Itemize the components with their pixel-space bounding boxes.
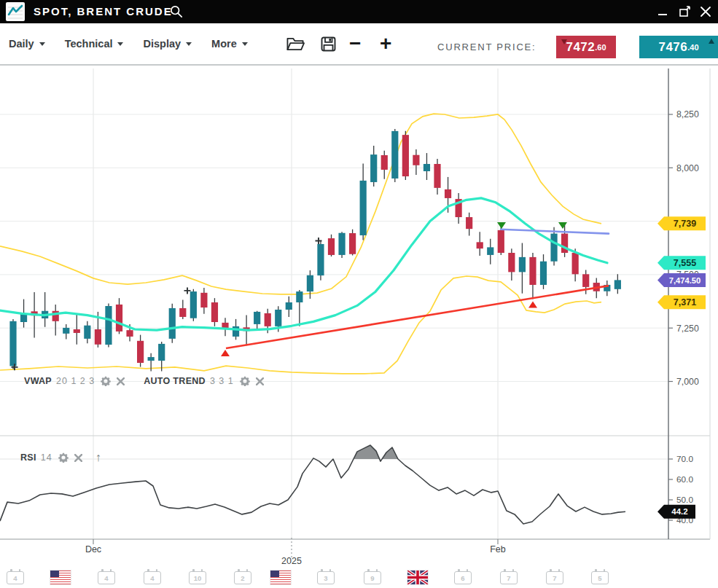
minus-icon: − <box>349 34 361 54</box>
menu-more[interactable]: More <box>211 38 248 50</box>
event-calendar-icon[interactable]: 5 <box>591 571 609 584</box>
bid-price-value: 7472 <box>566 40 595 55</box>
indicator-params: 3 3 1 <box>210 376 234 386</box>
price-tick-label: 7,000 <box>676 377 699 387</box>
toolbar: DailyTechnicalDisplayMore − + CURRENT PR… <box>0 23 718 66</box>
zoom-out-button[interactable]: − <box>349 23 361 64</box>
event-day-number: 2 <box>241 574 244 582</box>
overlay-indicator-labels: VWAP20 1 2 3AUTO TREND3 3 1 <box>24 376 264 386</box>
candle <box>169 308 176 339</box>
save-icon <box>321 36 336 52</box>
candle <box>211 302 218 322</box>
candle <box>254 312 260 324</box>
menu-label: Daily <box>9 38 34 50</box>
gear-icon[interactable] <box>101 376 111 386</box>
close-icon[interactable] <box>699 6 712 17</box>
price-tick-label: 7,250 <box>676 324 699 334</box>
candle <box>614 280 621 289</box>
event-calendar-icon[interactable]: 10 <box>189 571 206 584</box>
bid-price-badge: 7472.60 <box>556 36 616 58</box>
svg-text:7,371: 7,371 <box>674 297 696 307</box>
save-button[interactable] <box>321 23 336 64</box>
zoom-in-button[interactable]: + <box>380 23 391 64</box>
candle <box>466 217 472 229</box>
trading-app-window: { "window": { "title": "SPOT, BRENT CRUD… <box>0 0 718 588</box>
candle <box>233 326 239 337</box>
candle <box>360 181 367 235</box>
menu-label: More <box>211 38 237 50</box>
popout-button[interactable] <box>679 6 692 17</box>
candle <box>95 329 101 345</box>
event-calendar-icon[interactable]: 7 <box>500 571 518 584</box>
candle <box>572 253 579 274</box>
chevron-down-icon <box>117 42 123 46</box>
chart-canvas[interactable]: 8,2508,0007,7507,5007,2507,00070.060.050… <box>0 66 718 588</box>
vwap-line <box>0 198 607 330</box>
remove-indicator-icon[interactable] <box>117 377 125 385</box>
event-calendar-icon[interactable]: 4 <box>144 571 161 584</box>
rsi-indicator-label: RSI14↑ <box>20 451 101 464</box>
minimize-button[interactable] <box>657 6 670 17</box>
candle <box>391 131 398 179</box>
open-file-button[interactable] <box>286 23 305 64</box>
candle <box>487 247 493 255</box>
remove-indicator-icon[interactable] <box>256 377 264 385</box>
time-axis-label: 2025 <box>281 556 302 566</box>
event-day-number: 9 <box>370 574 374 582</box>
svg-text:7,739: 7,739 <box>674 219 696 229</box>
event-calendar-icon[interactable]: 3 <box>317 571 335 584</box>
time-axis-label: Dec <box>85 544 101 554</box>
current-price-label: CURRENT PRICE: <box>437 42 536 52</box>
event-calendar-icon[interactable]: 6 <box>454 571 472 584</box>
chevron-down-icon <box>39 42 45 46</box>
rsi-level-label: 70.0 <box>676 454 693 464</box>
indicator-params: 14 <box>41 452 52 463</box>
candle <box>540 262 547 285</box>
candle <box>116 305 122 332</box>
event-calendar-icon[interactable]: 4 <box>98 571 115 584</box>
candle <box>413 155 419 165</box>
candle <box>424 164 430 171</box>
resistance-line <box>501 230 609 234</box>
candle <box>338 233 345 255</box>
candle <box>200 293 207 307</box>
event-calendar-icon[interactable]: 9 <box>364 571 381 584</box>
auto-trend-support-line <box>226 286 609 348</box>
candle <box>402 135 409 176</box>
indicator-name: AUTO TREND <box>144 376 206 386</box>
event-flag-uk-icon[interactable] <box>407 571 428 584</box>
candle <box>582 274 589 287</box>
event-day-number: 4 <box>13 574 17 582</box>
search-icon[interactable] <box>170 5 183 18</box>
price-down-arrow-icon <box>561 39 567 44</box>
gear-icon[interactable] <box>240 376 250 386</box>
event-calendar-icon[interactable]: 2 <box>234 571 251 584</box>
menu-daily[interactable]: Daily <box>9 38 45 50</box>
remove-indicator-icon[interactable] <box>74 454 82 462</box>
gear-icon[interactable] <box>58 452 69 463</box>
candle <box>498 230 504 253</box>
candle <box>477 242 483 248</box>
candle <box>275 310 281 326</box>
logo-chart-icon <box>6 2 25 21</box>
app-logo <box>6 2 25 21</box>
event-flag-us-icon[interactable] <box>270 571 291 584</box>
candle <box>137 341 144 363</box>
candle <box>158 344 165 361</box>
menu-display[interactable]: Display <box>143 38 192 50</box>
candle <box>445 189 451 198</box>
event-calendar-icon[interactable]: 4 <box>7 571 24 584</box>
menu-label: Display <box>143 38 181 50</box>
menu-technical[interactable]: Technical <box>65 38 124 50</box>
expand-pane-arrow-icon[interactable]: ↑ <box>95 451 101 464</box>
candle <box>265 313 271 326</box>
event-flag-us-icon[interactable] <box>50 571 71 584</box>
candle <box>370 154 377 182</box>
candlestick-series <box>9 129 621 371</box>
svg-text:7,555: 7,555 <box>674 258 696 268</box>
candle <box>550 234 557 262</box>
buy-signal-triangle-icon <box>528 302 537 308</box>
ask-price-badge: 7476.40 <box>639 36 718 58</box>
event-calendar-icon[interactable]: 7 <box>546 571 563 584</box>
candle <box>349 233 356 254</box>
